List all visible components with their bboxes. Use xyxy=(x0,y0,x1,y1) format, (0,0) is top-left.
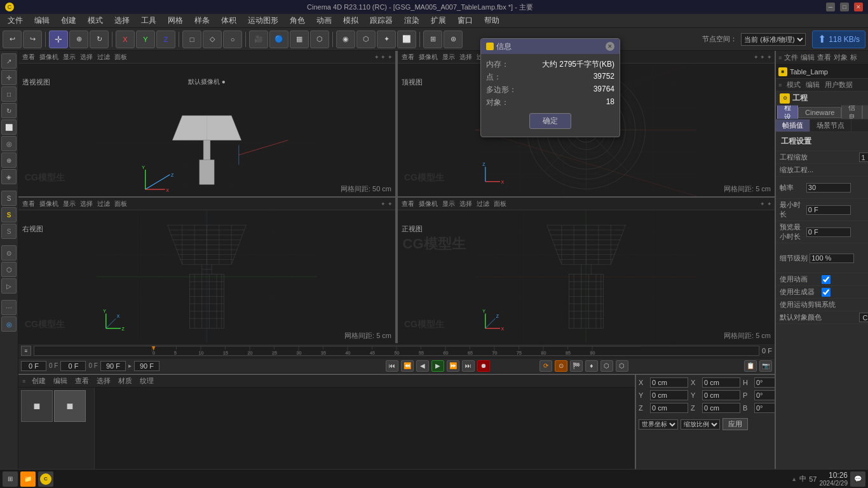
size-y-input[interactable] xyxy=(702,390,740,400)
menu-simulate[interactable]: 模拟 xyxy=(338,14,363,27)
sidebar-btn-3[interactable]: □ xyxy=(1,86,17,102)
obj-texture-btn[interactable]: 纹理 xyxy=(139,376,155,386)
vp-right-display[interactable]: 显示 xyxy=(62,200,77,208)
obj-material-btn[interactable]: 材质 xyxy=(117,376,133,386)
frame-start-field[interactable] xyxy=(21,361,46,371)
sidebar-btn-6[interactable]: ◎ xyxy=(1,136,17,151)
sidebar-btn-14[interactable]: ▷ xyxy=(1,278,17,294)
play-reverse-btn[interactable]: ◀ xyxy=(416,360,429,372)
material-thumb-2[interactable]: ■ xyxy=(54,390,86,422)
menu-tracker[interactable]: 跟踪器 xyxy=(365,14,398,27)
sidebar-btn-15[interactable]: ⋯ xyxy=(1,300,17,315)
sidebar-btn-5[interactable]: ⬜ xyxy=(1,119,17,135)
obj-edit-btn[interactable]: 编辑 xyxy=(52,376,69,386)
right-edit-btn[interactable]: 编辑 xyxy=(806,80,820,90)
play-btn[interactable]: ▶ xyxy=(431,360,444,372)
minimize-btn[interactable]: ─ xyxy=(826,3,835,11)
menu-file[interactable]: 文件 xyxy=(3,14,28,27)
redo-btn[interactable]: ↪ xyxy=(23,30,42,48)
camera2-btn[interactable]: ⬜ xyxy=(397,30,416,48)
render-region-btn[interactable]: ▦ xyxy=(290,30,309,48)
viewport-perspective[interactable]: 查看 摄像机 显示 选择 过滤 面板 ✦ ✦ ✦ 透视视图 默认摄像机 ● xyxy=(18,51,397,196)
info-close-btn[interactable]: ✕ xyxy=(606,42,614,51)
solo-btn[interactable]: ⊙ xyxy=(555,360,567,372)
menu-tools[interactable]: 工具 xyxy=(136,14,161,27)
obj-create-btn[interactable]: 创建 xyxy=(31,376,47,386)
fps-input[interactable] xyxy=(806,183,851,193)
camera3-btn[interactable]: 📷 xyxy=(759,360,772,372)
sidebar-btn-9[interactable]: S xyxy=(1,191,17,206)
node-space-dropdown[interactable]: 当前 (标准/物理) xyxy=(741,33,806,46)
next-frame-btn[interactable]: ⏩ xyxy=(447,360,459,372)
notification-btn[interactable]: 💬 xyxy=(850,471,865,487)
menu-edit[interactable]: 编辑 xyxy=(29,14,55,27)
menu-mode[interactable]: 模式 xyxy=(83,14,108,27)
menu-select[interactable]: 选择 xyxy=(109,14,135,27)
vp-front-select[interactable]: 选择 xyxy=(458,200,473,208)
world-coords-dropdown[interactable]: 世界坐标 xyxy=(639,419,678,430)
menu-mograph[interactable]: 运动图形 xyxy=(243,14,283,27)
obj-view-btn[interactable]: 查看 xyxy=(74,376,90,386)
timeline-track[interactable]: 0 5 10 15 20 25 30 35 40 45 50 55 xyxy=(34,346,759,356)
min-time-input[interactable] xyxy=(806,205,851,215)
go-end-btn[interactable]: ⏭ xyxy=(462,360,475,372)
sidebar-btn-2[interactable]: ✛ xyxy=(1,70,17,85)
vp-front-look[interactable]: 查看 xyxy=(400,200,416,208)
frame-current-field[interactable] xyxy=(60,361,86,371)
use-gen-check[interactable] xyxy=(822,288,831,297)
menu-help[interactable]: 帮助 xyxy=(479,14,505,27)
viewport-front[interactable]: 查看 摄像机 显示 选择 过滤 面板 ✦ ✦ 正视图 xyxy=(397,198,775,343)
frame-preview-end-field[interactable] xyxy=(134,361,159,371)
menu-extensions[interactable]: 扩展 xyxy=(426,14,451,27)
cinema4d-taskbar-btn[interactable]: C xyxy=(38,471,53,487)
explorer-btn[interactable]: 📁 xyxy=(20,471,36,487)
cube-btn[interactable]: ◉ xyxy=(336,30,355,48)
vp-front-camera[interactable]: 摄像机 xyxy=(417,200,439,208)
obj-manager-hamburger[interactable]: ≡ xyxy=(778,55,782,61)
menu-mesh[interactable]: 网格 xyxy=(163,14,188,27)
menu-render[interactable]: 渲染 xyxy=(399,14,424,27)
vp-filter-btn[interactable]: 过滤 xyxy=(96,53,111,62)
pos-x-input[interactable] xyxy=(650,377,688,388)
sphere-btn[interactable]: ⬡ xyxy=(356,30,376,48)
size-x-input[interactable] xyxy=(702,377,740,388)
vp-right-filter[interactable]: 过滤 xyxy=(96,200,111,208)
render-btn[interactable]: 🔵 xyxy=(269,30,288,48)
menu-volume[interactable]: 体积 xyxy=(216,14,241,27)
obj-mgr-file-btn[interactable]: 文件 xyxy=(784,53,798,62)
pos-y-input[interactable] xyxy=(650,390,688,400)
sidebar-btn-4[interactable]: ↻ xyxy=(1,103,17,118)
close-btn[interactable]: ✕ xyxy=(854,3,863,11)
interactive-render-btn[interactable]: ⬡ xyxy=(310,30,329,48)
preview-min-input[interactable] xyxy=(806,227,851,237)
vp-select-btn[interactable]: 选择 xyxy=(79,53,94,62)
vp-front-filter[interactable]: 过滤 xyxy=(475,200,491,208)
sidebar-btn-16[interactable]: ◎ xyxy=(1,316,17,332)
timeline-btn[interactable]: 📋 xyxy=(744,360,757,372)
go-start-btn[interactable]: ⏮ xyxy=(386,360,398,372)
subtab-scene-nodes[interactable]: 场景节点 xyxy=(810,119,851,132)
move-tool-btn[interactable]: ✛ xyxy=(49,30,68,48)
sidebar-btn-13[interactable]: ⬡ xyxy=(1,262,17,277)
menu-animate[interactable]: 动画 xyxy=(311,14,337,27)
vp-camera-btn[interactable]: 摄像机 xyxy=(38,53,60,62)
scale-tool-btn[interactable]: ⊕ xyxy=(69,30,88,48)
info-confirm-btn[interactable]: 确定 xyxy=(529,113,571,129)
subtab-frame-interpolation[interactable]: 帧插值 xyxy=(776,119,810,132)
size-z-input[interactable] xyxy=(702,403,740,413)
menu-create[interactable]: 创建 xyxy=(56,14,81,27)
tab-dynamics[interactable]: 动力学 xyxy=(862,105,868,119)
right-userdata-btn[interactable]: 用户数据 xyxy=(825,80,853,90)
menu-spline[interactable]: 样条 xyxy=(189,14,215,27)
snap-btn[interactable]: ⊛ xyxy=(444,30,463,48)
camera-btn[interactable]: 🎥 xyxy=(249,30,268,48)
axis-x-btn[interactable]: X xyxy=(116,30,135,48)
obj-panel-hamburger[interactable]: ≡ xyxy=(22,378,25,384)
scale-input[interactable] xyxy=(859,152,868,162)
box-select-btn[interactable]: □ xyxy=(182,30,201,48)
right-mode-btn[interactable]: 模式 xyxy=(787,80,801,90)
pos-z-input[interactable] xyxy=(650,403,688,413)
apply-btn[interactable]: 应用 xyxy=(722,418,748,430)
vp-panel-btn[interactable]: 面板 xyxy=(113,53,128,62)
timeline-expand-btn[interactable]: ≡ xyxy=(21,346,31,356)
